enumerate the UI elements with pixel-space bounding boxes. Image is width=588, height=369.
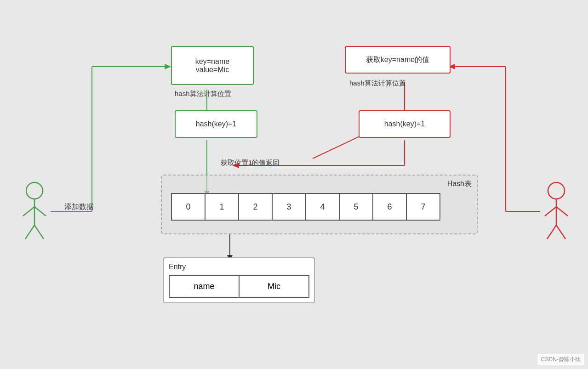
main-canvas: 添加数据 key=name value=Mic hash算法计算位置 hash(…	[0, 0, 588, 369]
hash-cell-1: 1	[205, 193, 239, 221]
return-value-label: 获取位置1的值返回	[221, 159, 280, 167]
svg-line-10	[547, 225, 556, 239]
add-data-label: 添加数据	[64, 202, 94, 212]
svg-line-2	[23, 207, 34, 216]
hash-table-label: Hash表	[447, 179, 472, 189]
svg-line-11	[556, 225, 565, 239]
add-value-text: value=Mic	[196, 66, 229, 74]
entry-value-cell: Mic	[239, 275, 309, 298]
entry-name-cell: name	[169, 275, 240, 298]
entry-label: Entry	[169, 263, 309, 271]
svg-line-3	[34, 207, 46, 216]
entry-container: Entry name Mic	[163, 257, 315, 303]
get-key-box: 获取key=name的值	[345, 46, 451, 74]
add-hash-result-text: hash(key)=1	[196, 120, 237, 128]
svg-line-5	[34, 225, 44, 239]
get-hash-algo-label: hash算法计算位置	[349, 79, 406, 88]
add-key-value-box: key=name value=Mic	[171, 46, 254, 85]
svg-marker-15	[165, 64, 171, 69]
get-hash-result-box: hash(key)=1	[359, 110, 451, 138]
hash-cell-5: 5	[339, 193, 373, 221]
svg-point-0	[26, 182, 43, 199]
watermark: CSDN-@陈小呔	[537, 354, 584, 365]
hash-cell-6: 6	[372, 193, 407, 221]
entry-cells: name Mic	[169, 275, 309, 298]
hash-cell-0: 0	[171, 193, 206, 221]
add-key-text: key=name	[195, 57, 229, 66]
hash-cell-2: 2	[238, 193, 273, 221]
get-hash-result-text: hash(key)=1	[384, 120, 425, 128]
svg-point-6	[548, 182, 565, 199]
add-hash-result-box: hash(key)=1	[175, 110, 257, 138]
hash-table-container: Hash表 0 1 2 3 4 5 6 7	[161, 175, 478, 234]
add-hash-algo-label: hash算法计算位置	[175, 90, 231, 98]
hash-cell-7: 7	[406, 193, 440, 221]
hash-cell-3: 3	[272, 193, 306, 221]
hash-cells: 0 1 2 3 4 5 6 7	[171, 193, 440, 221]
svg-line-8	[545, 207, 556, 216]
hash-cell-4: 4	[305, 193, 340, 221]
svg-line-4	[25, 225, 34, 239]
svg-line-9	[556, 207, 568, 216]
get-key-text: 获取key=name的值	[366, 55, 429, 65]
